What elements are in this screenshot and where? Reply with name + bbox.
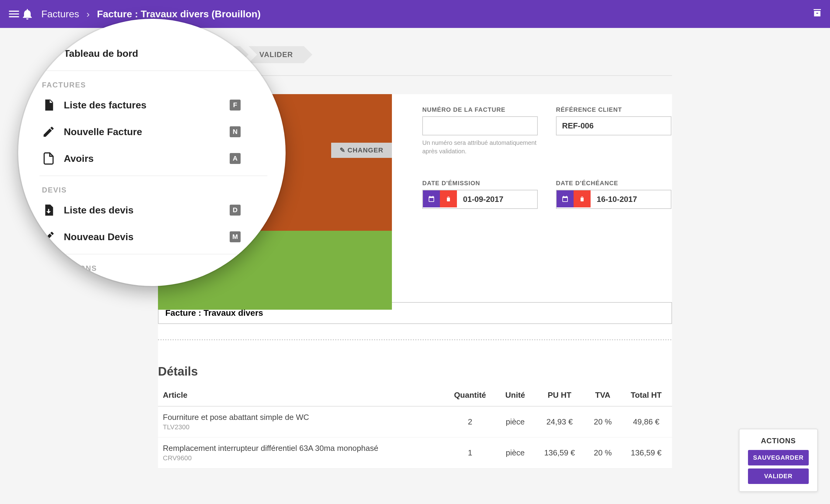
navigation-drawer-preview: Tableau de bord FACTURES Liste des factu… (18, 19, 286, 286)
col-total: Total HT (620, 384, 672, 406)
nav-credit-notes-label: Avoirs (64, 153, 230, 164)
nav-list-quotes[interactable]: Liste des devis D (39, 197, 267, 224)
bell-icon[interactable] (21, 7, 34, 21)
due-date-label: DATE D'ÉCHÉANCE (556, 180, 671, 187)
issue-date-input[interactable]: 01-09-2017 (422, 190, 538, 209)
details-title: Détails (158, 365, 672, 378)
save-button[interactable]: SAUVEGARDER (748, 450, 809, 465)
col-qty: Quantité (444, 384, 497, 406)
client-ref-label: RÉFÉRENCE CLIENT (556, 106, 671, 113)
nav-list-invoices[interactable]: Liste des factures F (39, 92, 267, 119)
nav-credit-notes[interactable]: Avoirs A (39, 145, 267, 172)
nav-new-invoice[interactable]: Nouvelle Facture N (39, 119, 267, 145)
issue-date-label: DATE D'ÉMISSION (422, 180, 538, 187)
breadcrumb-link-factures[interactable]: Factures (41, 8, 79, 20)
table-row[interactable]: Remplacement interrupteur différentiel 6… (158, 438, 672, 468)
item-tva: 20 % (585, 406, 620, 438)
chevron-right-icon: › (86, 8, 90, 20)
item-qty: 1 (444, 438, 497, 468)
item-qty: 2 (444, 406, 497, 438)
dotted-divider (158, 339, 672, 340)
item-pu: 136,59 € (534, 438, 585, 468)
nav-list-invoices-label: Liste des factures (64, 100, 230, 111)
item-unit: pièce (497, 406, 534, 438)
item-pu: 24,93 € (534, 406, 585, 438)
item-sku: TLV2300 (163, 423, 439, 431)
client-ref-input[interactable] (556, 116, 671, 135)
nav-new-invoice-label: Nouvelle Facture (64, 126, 230, 138)
breadcrumb-current: Facture : Travaux divers (Brouillon) (97, 8, 261, 20)
step-validate[interactable]: VALIDER (249, 46, 304, 63)
due-date-input[interactable]: 16-10-2017 (556, 190, 671, 209)
shortcut-key-m: M (230, 231, 241, 242)
details-table: Article Quantité Unité PU HT TVA Total H… (158, 384, 672, 468)
item-total: 49,86 € (620, 406, 672, 438)
shortcut-key-a: A (230, 153, 241, 164)
actions-panel: ACTIONS SAUVEGARDER VALIDER (739, 429, 818, 492)
pencil-icon (42, 125, 55, 138)
actions-title: ACTIONS (748, 437, 809, 445)
item-name: Fourniture et pose abattant simple de WC (163, 413, 439, 422)
breadcrumb: Factures › Facture : Travaux divers (Bro… (41, 8, 261, 20)
validate-button[interactable]: VALIDER (748, 468, 809, 484)
col-unit: Unité (497, 384, 534, 406)
item-tva: 20 % (585, 438, 620, 468)
invoice-number-hint: Un numéro sera attribué automatiquement … (422, 138, 538, 156)
nav-new-quote-label: Nouveau Devis (64, 231, 230, 243)
nav-list-quotes-label: Liste des devis (64, 205, 230, 216)
invoice-number-label: NUMÉRO DE LA FACTURE (422, 106, 538, 113)
calendar-icon[interactable] (423, 190, 440, 207)
clear-date-icon[interactable] (574, 190, 590, 207)
item-sku: CRV9600 (163, 454, 439, 462)
document-icon (42, 98, 55, 112)
due-date-value: 16-10-2017 (590, 190, 671, 208)
table-row[interactable]: Fourniture et pose abattant simple de WC… (158, 406, 672, 438)
shortcut-key-n: N (230, 126, 241, 137)
nav-section-devis: DEVIS (39, 180, 267, 197)
nav-dashboard-label: Tableau de bord (64, 48, 265, 59)
col-pu: PU HT (534, 384, 585, 406)
nav-new-quote[interactable]: Nouveau Devis M (39, 224, 267, 250)
col-tva: TVA (585, 384, 620, 406)
archive-icon[interactable] (812, 7, 823, 21)
document-upload-icon (42, 203, 55, 217)
menu-icon[interactable] (7, 7, 21, 21)
calendar-icon[interactable] (556, 190, 574, 207)
clear-date-icon[interactable] (440, 190, 457, 207)
file-icon (42, 152, 55, 165)
wizard-steps: SAUVEGARDER VALIDER (158, 46, 830, 63)
shortcut-key-f: F (230, 100, 241, 110)
pencil-icon: ✎ (340, 146, 345, 154)
change-client-label: CHANGER (348, 146, 383, 154)
item-name: Remplacement interrupteur différentiel 6… (163, 444, 439, 453)
issue-date-value: 01-09-2017 (457, 190, 537, 208)
change-client-button[interactable]: ✎ CHANGER (331, 143, 392, 158)
item-total: 136,59 € (620, 438, 672, 468)
nav-section-factures: FACTURES (39, 75, 267, 92)
invoice-number-input[interactable] (422, 116, 538, 135)
col-article: Article (158, 384, 444, 406)
item-unit: pièce (497, 438, 534, 468)
shortcut-key-d: D (230, 205, 241, 215)
